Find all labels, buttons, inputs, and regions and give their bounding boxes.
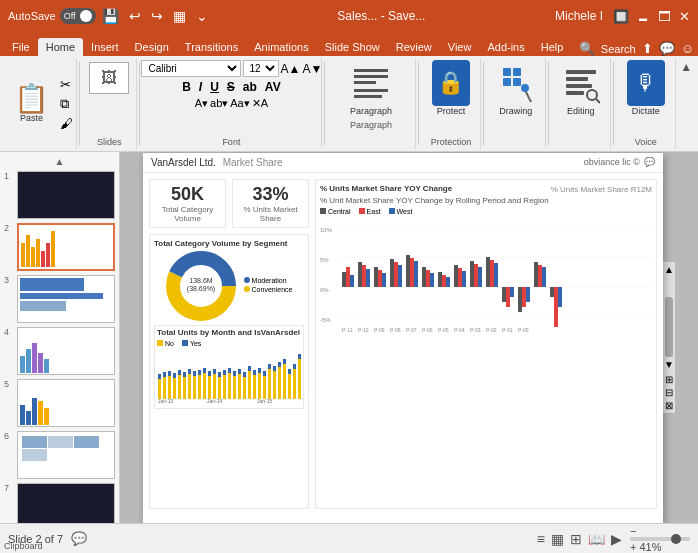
svg-rect-60 — [253, 375, 256, 399]
svg-rect-1 — [354, 75, 388, 78]
tab-addins[interactable]: Add-ins — [479, 38, 532, 56]
save-icon[interactable]: 💾 — [102, 8, 119, 24]
tab-file[interactable]: File — [4, 38, 38, 56]
text-highlight-button[interactable]: ab▾ — [210, 97, 228, 110]
copy-button[interactable]: ⧉ — [57, 95, 76, 113]
svg-text:P-09: P-09 — [374, 327, 385, 333]
slide-thumb-1[interactable]: 1 — [4, 171, 115, 219]
zoom-reset-button[interactable]: ⊠ — [665, 400, 673, 411]
tab-slideshow[interactable]: Slide Show — [317, 38, 388, 56]
change-case-button[interactable]: Aa▾ — [230, 97, 249, 110]
slide-sorter-button[interactable]: ⊞ — [570, 531, 582, 547]
tab-animations[interactable]: Animations — [246, 38, 316, 56]
slide-thumb-4[interactable]: 4 — [4, 327, 115, 375]
bold-button[interactable]: B — [179, 79, 194, 95]
char-spacing-button[interactable]: AV — [262, 79, 284, 95]
svg-rect-99 — [378, 270, 382, 287]
zoom-slider[interactable] — [630, 537, 690, 541]
font-name-select[interactable]: Calibri — [141, 60, 241, 77]
yoy-chart-right-title: % Units Market Share R12M — [551, 185, 652, 194]
ribbon-collapse-button[interactable]: ▲ — [678, 58, 694, 149]
strikethrough-button[interactable]: S — [224, 79, 238, 95]
svg-rect-27 — [168, 371, 171, 376]
slide-thumb-6[interactable]: 6 — [4, 431, 115, 479]
paste-button[interactable]: 📋 Paste — [10, 83, 53, 125]
svg-rect-7 — [503, 78, 511, 86]
notes-button[interactable]: ≡ — [537, 531, 545, 547]
format-painter-button[interactable]: 🖌 — [57, 115, 76, 132]
vscroll-up[interactable]: ▲ — [662, 262, 676, 277]
font-color-button[interactable]: A▾ — [195, 97, 208, 110]
clipboard-right: ✂ ⧉ 🖌 — [57, 76, 76, 132]
zoom-in-button[interactable]: + — [630, 541, 636, 553]
comment-icon[interactable]: 💬 — [644, 157, 655, 167]
vscroll-thumb[interactable] — [665, 297, 673, 357]
ribbon-icon[interactable]: 🔲 — [613, 9, 629, 24]
svg-rect-110 — [438, 272, 442, 287]
svg-rect-38 — [198, 375, 201, 399]
char-clear-button[interactable]: ✕A — [252, 97, 268, 110]
shadow-button[interactable]: ab — [240, 79, 260, 95]
redo-icon[interactable]: ↪ — [151, 8, 163, 24]
svg-rect-114 — [458, 268, 462, 287]
svg-rect-40 — [203, 373, 206, 399]
undo-icon[interactable]: ↩ — [129, 8, 141, 24]
zoom-out-button[interactable]: − — [630, 525, 636, 537]
zoom-fit-button[interactable]: ⊞ — [665, 374, 673, 385]
font-size-select[interactable]: 12 — [243, 60, 279, 77]
autosave-toggle[interactable]: Off — [60, 8, 96, 24]
dictate-button[interactable]: 🎙 Dictate — [627, 60, 665, 116]
new-slide-button[interactable]: 🖼 — [89, 62, 129, 94]
minimize-button[interactable]: 🗕 — [637, 9, 650, 24]
svg-rect-58 — [248, 371, 251, 399]
italic-button[interactable]: I — [196, 79, 205, 95]
maximize-button[interactable]: 🗖 — [658, 9, 671, 24]
scroll-up-arrow[interactable]: ▲ — [4, 156, 115, 167]
decrease-font-button[interactable]: A▼ — [302, 62, 322, 76]
svg-rect-101 — [390, 259, 394, 287]
increase-font-button[interactable]: A▲ — [281, 62, 301, 76]
paste-label: Paste — [20, 113, 43, 123]
tab-design[interactable]: Design — [127, 38, 177, 56]
slide-img-1 — [17, 171, 115, 219]
tab-transitions[interactable]: Transitions — [177, 38, 246, 56]
search-label[interactable]: Search — [601, 43, 636, 55]
normal-view-button[interactable]: ▦ — [551, 531, 564, 547]
zoom-fill-button[interactable]: ⊟ — [665, 387, 673, 398]
paragraph-button[interactable]: Paragraph — [350, 60, 392, 116]
protect-button[interactable]: 🔒 Protect — [432, 60, 470, 116]
tab-view[interactable]: View — [440, 38, 480, 56]
tab-home[interactable]: Home — [38, 38, 83, 56]
notes-icon[interactable]: 💬 — [71, 531, 87, 546]
smiley-icon[interactable]: ☺ — [681, 41, 694, 56]
legend-convenience: Convenience — [244, 286, 293, 293]
comments-icon[interactable]: 💬 — [659, 41, 675, 56]
share-icon[interactable]: ⬆ — [642, 41, 653, 56]
tab-insert[interactable]: Insert — [83, 38, 127, 56]
tab-help[interactable]: Help — [533, 38, 572, 56]
search-icon[interactable]: 🔍 — [579, 41, 595, 56]
canvas-vscroll[interactable]: ▲ ▼ ⊞ ⊟ ⊠ — [663, 262, 675, 413]
slide-thumb-7[interactable]: 7 — [4, 483, 115, 523]
west-label: West — [397, 208, 413, 215]
window-controls: 🔲 🗕 🗖 ✕ — [613, 9, 690, 24]
present-icon[interactable]: ▦ — [173, 8, 186, 24]
svg-rect-74 — [288, 374, 291, 399]
svg-text:0%: 0% — [320, 287, 329, 293]
cut-button[interactable]: ✂ — [57, 76, 76, 93]
slide-thumb-3[interactable]: 3 — [4, 275, 115, 323]
donut-chart-section: Total Category Volume by Segment 138.6M … — [149, 234, 309, 509]
vscroll-down[interactable]: ▼ — [662, 357, 676, 372]
slideshow-button[interactable]: ▶ — [611, 531, 622, 547]
zoom-thumb[interactable] — [671, 534, 681, 544]
drawing-button[interactable]: Drawing — [497, 60, 535, 116]
editing-button[interactable]: Editing — [562, 60, 600, 116]
central-dot — [320, 208, 326, 214]
reading-view-button[interactable]: 📖 — [588, 531, 605, 547]
close-button[interactable]: ✕ — [679, 9, 690, 24]
slide-thumb-5[interactable]: 5 — [4, 379, 115, 427]
more-icon[interactable]: ⌄ — [196, 8, 208, 24]
tab-review[interactable]: Review — [388, 38, 440, 56]
underline-button[interactable]: U — [207, 79, 222, 95]
slide-thumb-2[interactable]: 2 — [4, 223, 115, 271]
